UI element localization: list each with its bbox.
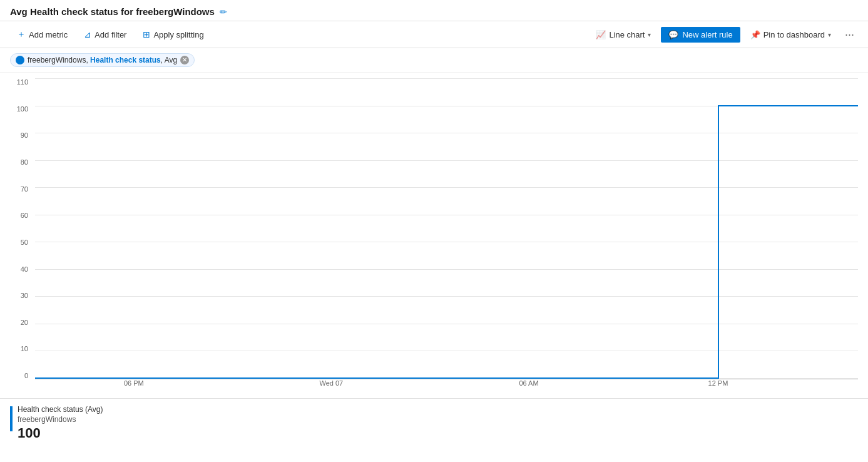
y-label-60: 60 [10, 212, 32, 219]
y-label-40: 40 [10, 266, 32, 273]
y-label-70: 70 [10, 186, 32, 193]
legend-subtitle: freebergWindows [18, 415, 103, 424]
chart-area: 0 10 20 30 40 50 60 70 80 90 100 110 06 … [0, 73, 868, 398]
resource-icon [16, 56, 24, 64]
add-metric-button[interactable]: ＋ Add metric [10, 25, 74, 44]
line-chart-icon: 📈 [596, 30, 606, 39]
x-label-6am: 06 AM [519, 379, 538, 387]
y-label-10: 10 [10, 346, 32, 352]
split-icon: ⊞ [143, 29, 150, 39]
grid-line [35, 215, 858, 215]
chart-container: 0 10 20 30 40 50 60 70 80 90 100 110 06 … [10, 79, 858, 398]
add-filter-button[interactable]: ⊿ Add filter [77, 26, 133, 43]
tag-label: freebergWindows, Health check status, Av… [28, 56, 177, 64]
y-label-90: 90 [10, 132, 32, 139]
pin-icon: 📌 [750, 30, 760, 39]
grid-line [35, 187, 858, 188]
title-bar: Avg Health check status for freebergWind… [0, 0, 868, 21]
x-label-6pm: 06 PM [124, 379, 144, 387]
apply-splitting-button[interactable]: ⊞ Apply splitting [136, 26, 210, 43]
legend-title: Health check status (Avg) [18, 405, 103, 414]
grid-line [35, 242, 858, 242]
tags-bar: freebergWindows, Health check status, Av… [0, 48, 868, 73]
grid-line [35, 324, 858, 324]
tag-resource: freebergWindows [28, 56, 86, 64]
toolbar: ＋ Add metric ⊿ Add filter ⊞ Apply splitt… [0, 21, 868, 48]
toolbar-right: 📈 Line chart ▾ 💬 New alert rule 📌 Pin to… [590, 26, 858, 44]
y-label-80: 80 [10, 159, 32, 166]
y-label-20: 20 [10, 319, 32, 326]
tag-close-button[interactable]: ✕ [180, 56, 189, 64]
edit-icon[interactable]: ✏ [220, 7, 227, 17]
x-axis: 06 PM Wed 07 06 AM 12 PM [35, 379, 858, 398]
y-axis: 0 10 20 30 40 50 60 70 80 90 100 110 [10, 79, 32, 379]
add-filter-label: Add filter [94, 30, 126, 39]
grid-line [35, 133, 858, 133]
legend-value: 100 [18, 425, 103, 441]
grid-line [35, 269, 858, 270]
data-line-vertical [718, 106, 719, 379]
grid-line [35, 351, 858, 351]
grid-line [35, 296, 858, 297]
x-label-12pm: 12 PM [708, 379, 728, 387]
filter-icon: ⊿ [84, 29, 91, 39]
y-label-30: 30 [10, 292, 32, 299]
pin-dashboard-label: Pin to dashboard [763, 30, 825, 39]
x-label-wed07: Wed 07 [320, 379, 344, 387]
y-label-50: 50 [10, 239, 32, 246]
grid-line [35, 160, 858, 161]
legend-area: Health check status (Avg) freebergWindow… [0, 398, 868, 448]
y-label-100: 100 [10, 106, 32, 113]
legend-text: Health check status (Avg) freebergWindow… [18, 405, 103, 441]
line-chart-button[interactable]: 📈 Line chart ▾ [590, 27, 657, 43]
apply-splitting-label: Apply splitting [153, 30, 203, 39]
tag-metric: Health check status [90, 56, 161, 64]
more-options-button[interactable]: ··· [841, 26, 858, 44]
data-line-flat-low [35, 377, 718, 379]
tag-aggregation: Avg [165, 56, 177, 64]
metric-tag: freebergWindows, Health check status, Av… [10, 53, 195, 67]
y-label-110: 110 [10, 79, 32, 86]
legend-color-bar [10, 406, 13, 431]
toolbar-left: ＋ Add metric ⊿ Add filter ⊞ Apply splitt… [10, 25, 211, 44]
page-title: Avg Health check status for freebergWind… [10, 6, 215, 17]
grid-line [35, 78, 858, 79]
chart-plot [35, 79, 858, 379]
y-label-0: 0 [10, 372, 32, 379]
chevron-down-icon: ▾ [648, 31, 651, 38]
pin-dashboard-button[interactable]: 📌 Pin to dashboard ▾ [744, 27, 837, 43]
alert-icon: 💬 [668, 30, 678, 39]
chart-type-label: Line chart [609, 30, 645, 39]
add-metric-label: Add metric [29, 30, 68, 39]
plus-icon: ＋ [17, 29, 26, 40]
new-alert-button[interactable]: 💬 New alert rule [661, 27, 740, 43]
data-line-flat-high [718, 105, 858, 106]
new-alert-label: New alert rule [682, 30, 732, 39]
pin-chevron-down-icon: ▾ [828, 31, 831, 38]
